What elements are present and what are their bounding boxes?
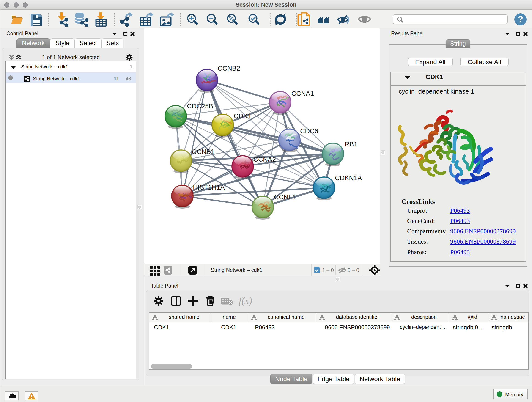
svg-text:CDC6: CDC6 <box>300 128 318 135</box>
svg-text:CCNB1: CCNB1 <box>192 148 215 155</box>
svg-text:HIST1H1A: HIST1H1A <box>193 184 225 191</box>
svg-text:RB1: RB1 <box>345 140 357 148</box>
svg-text:CCNB2: CCNB2 <box>218 65 240 72</box>
svg-text:CDK1: CDK1 <box>234 112 251 120</box>
svg-text:CDC25B: CDC25B <box>187 102 213 110</box>
svg-text:CDKN1A: CDKN1A <box>335 174 362 182</box>
svg-text:CCNE1: CCNE1 <box>274 193 297 201</box>
svg-text:CCNA1: CCNA1 <box>291 90 314 97</box>
svg-text:CCNA2: CCNA2 <box>253 156 276 163</box>
